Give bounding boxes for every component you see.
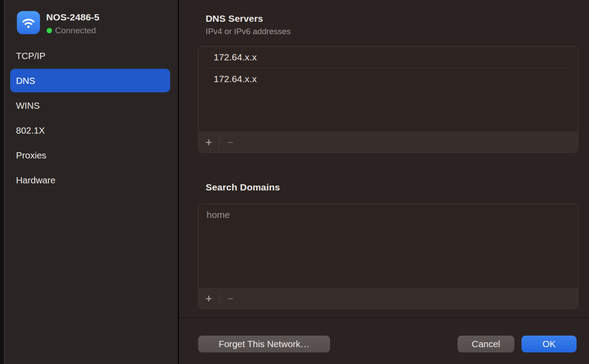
search-domains-listbox: home + − [198, 204, 578, 309]
sidebar-item-wins[interactable]: WINS [10, 94, 170, 117]
dns-servers-footer: + − [199, 132, 578, 152]
connection-status-label: Connected [55, 26, 96, 36]
sidebar-item-dns[interactable]: DNS [10, 69, 170, 92]
sidebar-nav: TCP/IP DNS WINS 802.1X Proxies Hardware [4, 44, 178, 193]
add-dns-server-button[interactable]: + [199, 132, 219, 152]
wifi-icon [17, 11, 40, 34]
sidebar-item-hardware[interactable]: Hardware [10, 168, 170, 192]
sidebar-item-8021x[interactable]: 802.1X [10, 119, 170, 142]
add-search-domain-button[interactable]: + [199, 289, 219, 309]
connection-status: Connected [47, 26, 96, 36]
search-domain-entry[interactable]: home [199, 204, 578, 226]
dns-servers-listbox: 172.64.x.x 172.64.x.x + − [198, 46, 578, 153]
desktop-edge-strip [0, 0, 4, 364]
ok-button[interactable]: OK [521, 336, 577, 352]
sidebar-item-tcpip[interactable]: TCP/IP [10, 44, 170, 67]
dns-servers-subtitle: IPv4 or IPv6 addresses [206, 27, 291, 36]
network-header: NOS-2486-5 Connected [4, 0, 178, 44]
dns-server-entry[interactable]: 172.64.x.x [199, 47, 578, 68]
dns-server-entry[interactable]: 172.64.x.x [199, 68, 578, 90]
remove-dns-server-button[interactable]: − [219, 132, 241, 152]
forget-network-button[interactable]: Forget This Network… [198, 336, 330, 352]
network-name: NOS-2486-5 [46, 12, 99, 23]
sidebar-item-proxies[interactable]: Proxies [10, 143, 170, 167]
network-details-sheet: NOS-2486-5 Connected TCP/IP DNS WINS 802… [0, 0, 589, 364]
cancel-button[interactable]: Cancel [458, 336, 514, 352]
dns-servers-title: DNS Servers [206, 13, 263, 24]
connected-dot-icon [47, 28, 52, 33]
bottom-bar-divider [179, 317, 589, 318]
search-domains-footer: + − [199, 288, 578, 309]
search-domains-title: Search Domains [206, 182, 280, 193]
dns-settings-panel: DNS Servers IPv4 or IPv6 addresses 172.6… [179, 0, 589, 364]
sidebar: NOS-2486-5 Connected TCP/IP DNS WINS 802… [4, 0, 178, 364]
remove-search-domain-button[interactable]: − [219, 289, 241, 309]
